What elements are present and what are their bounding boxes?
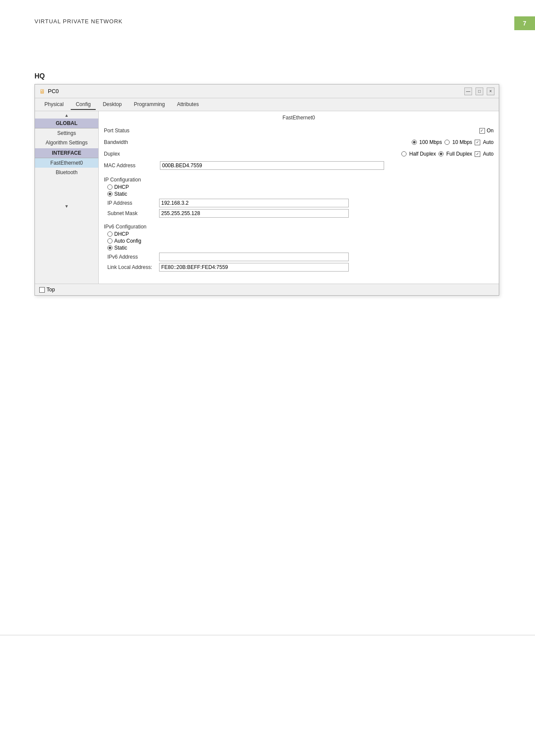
ip-dhcp-label: DHCP (114, 184, 129, 190)
sidebar-item-bluetooth[interactable]: Bluetooth (35, 168, 98, 177)
link-local-label: Link Local Address: (107, 264, 159, 270)
bandwidth-10mbps-label: 10 Mbps (452, 139, 472, 145)
duplex-half-label: Half Duplex (409, 151, 436, 157)
close-button[interactable]: × (487, 87, 494, 95)
sidebar-global-title: GLOBAL (35, 119, 98, 128)
ipv6-auto-config-label: Auto Config (114, 238, 141, 244)
link-local-row: Link Local Address: (107, 263, 494, 272)
duplex-row: Duplex Half Duplex Full Duplex Auto (104, 149, 494, 159)
bandwidth-10mbps-radio[interactable] (444, 140, 450, 145)
interface-header: FastEthernet0 (104, 115, 494, 122)
page-title: VIRTUAL PRIVATE NETWORK (34, 18, 123, 25)
ip-dhcp-radio[interactable] (107, 184, 113, 190)
minimize-button[interactable]: — (464, 87, 472, 95)
top-checkbox-label: Top (47, 287, 55, 293)
sidebar-scroll-up[interactable]: ▲ (35, 112, 98, 119)
ipv6-static-radio[interactable] (107, 245, 113, 250)
ipv6-dhcp-label: DHCP (114, 231, 129, 237)
ipv6-config-section: IPv6 Configuration DHCP Auto Config Stat… (104, 224, 494, 251)
tab-desktop[interactable]: Desktop (97, 100, 127, 110)
port-status-row: Port Status On (104, 126, 494, 135)
sidebar-interface-title: INTERFACE (35, 148, 98, 158)
link-local-input[interactable] (159, 263, 349, 272)
ip-static-radio[interactable] (107, 191, 113, 197)
bandwidth-auto-label: Auto (483, 139, 494, 145)
ip-static-label: Static (114, 191, 127, 197)
mac-address-label: MAC Address (104, 162, 160, 169)
ipv6-config-label: IPv6 Configuration (104, 224, 494, 230)
main-content: ▲ GLOBAL Settings Algorithm Settings INT… (35, 111, 499, 284)
subnet-mask-input[interactable] (159, 209, 349, 218)
mac-address-input[interactable] (160, 161, 384, 170)
sidebar-scroll-down[interactable]: ▼ (35, 203, 98, 209)
top-checkbox[interactable] (39, 287, 45, 293)
sidebar: ▲ GLOBAL Settings Algorithm Settings INT… (35, 111, 99, 284)
bottom-bar: Top (35, 284, 499, 295)
subnet-mask-label: Subnet Mask (107, 210, 159, 216)
bandwidth-100mbps-label: 100 Mbps (419, 139, 442, 145)
ip-config-section: IP Configuration DHCP Static (104, 177, 494, 197)
tab-programming[interactable]: Programming (128, 100, 170, 110)
duplex-auto-checkbox[interactable] (475, 151, 480, 157)
ipv6-auto-config-radio[interactable] (107, 238, 113, 244)
ip-address-label: IP Address (107, 200, 159, 206)
duplex-label: Duplex (104, 151, 160, 157)
ipv6-address-input[interactable] (159, 253, 349, 261)
bandwidth-row: Bandwidth 100 Mbps 10 Mbps Auto (104, 137, 494, 147)
ipv6-static-label: Static (114, 245, 127, 251)
top-checkbox-group: Top (39, 287, 55, 293)
port-status-label: Port Status (104, 128, 160, 134)
page-divider (0, 635, 535, 635)
ip-config-label: IP Configuration (104, 177, 494, 183)
sidebar-item-fastethernet0[interactable]: FastEthernet0 (35, 158, 98, 168)
ipv6-address-row: IPv6 Address (107, 253, 494, 261)
tab-config[interactable]: Config (71, 100, 96, 110)
pc-icon: 🖥 (39, 88, 45, 95)
hq-label: HQ (34, 72, 45, 80)
bandwidth-100mbps-radio[interactable] (412, 140, 417, 145)
bandwidth-label: Bandwidth (104, 139, 160, 145)
port-status-on-label: On (487, 128, 494, 134)
mac-address-row: MAC Address (104, 161, 494, 170)
tab-physical[interactable]: Physical (39, 100, 69, 110)
pc-window: 🖥 PC0 — □ × Physical Config Desktop Prog… (34, 84, 499, 296)
duplex-half-radio[interactable] (401, 151, 407, 156)
maximize-button[interactable]: □ (476, 87, 483, 95)
ipv6-address-label: IPv6 Address (107, 254, 159, 260)
sidebar-item-settings[interactable]: Settings (35, 128, 98, 138)
port-status-checkbox[interactable] (479, 128, 485, 134)
subnet-mask-row: Subnet Mask (107, 209, 494, 218)
tab-bar: Physical Config Desktop Programming Attr… (35, 98, 499, 111)
ip-address-input[interactable] (159, 199, 349, 207)
page-badge: 7 (514, 16, 535, 30)
title-bar: 🖥 PC0 — □ × (35, 84, 499, 98)
duplex-full-label: Full Duplex (446, 151, 472, 157)
window-title: PC0 (48, 88, 59, 94)
sidebar-item-algorithm-settings[interactable]: Algorithm Settings (35, 138, 98, 147)
duplex-auto-label: Auto (483, 151, 494, 157)
duplex-full-radio[interactable] (438, 151, 444, 156)
ip-address-row: IP Address (107, 199, 494, 207)
bandwidth-auto-checkbox[interactable] (475, 140, 480, 145)
ipv6-dhcp-radio[interactable] (107, 231, 113, 237)
tab-attributes[interactable]: Attributes (172, 100, 204, 110)
content-panel: FastEthernet0 Port Status On Bandwidth (99, 111, 499, 284)
